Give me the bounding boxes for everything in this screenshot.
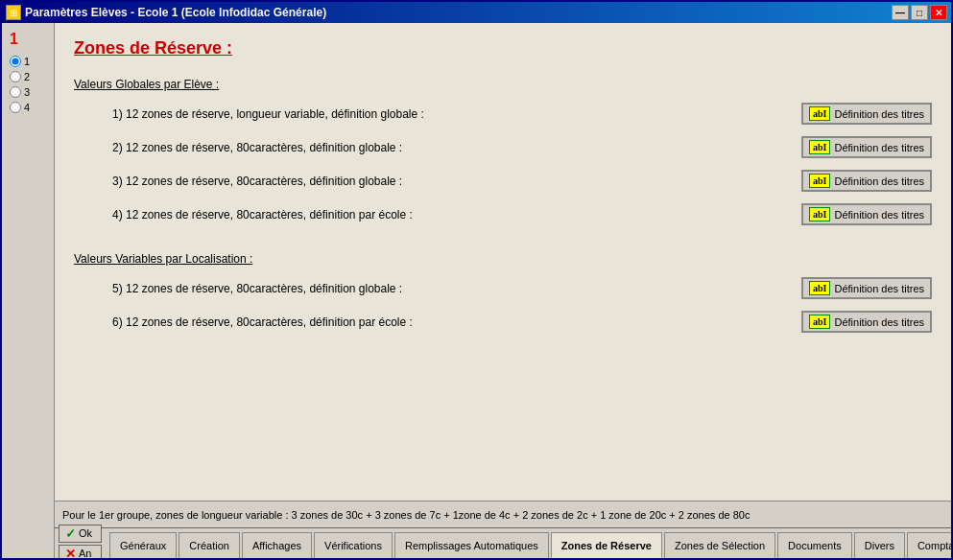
tab-comptabilité[interactable]: Comptabilité (907, 532, 951, 558)
title-bar: ⊞ Paramètres Elèves - Ecole 1 (Ecole Inf… (2, 2, 951, 23)
radio-group: 1 2 3 4 (6, 56, 30, 113)
minimize-button[interactable]: — (892, 5, 909, 20)
cancel-button[interactable]: ✕ An (59, 545, 102, 559)
main-area: 1 1 2 3 4 (2, 23, 951, 558)
zone-row-3: 3) 12 zones de réserve, 80caractères, dé… (74, 170, 932, 192)
close-button[interactable]: ✕ (930, 5, 947, 20)
radio-item-2[interactable]: 2 (10, 71, 30, 82)
tab-généraux[interactable]: Généraux (109, 532, 177, 558)
maximize-button[interactable]: □ (911, 5, 928, 20)
zone-row-6: 6) 12 zones de réserve, 80caractères, dé… (74, 311, 932, 333)
radio-label-3: 3 (24, 86, 30, 98)
zone-label-5: 5) 12 zones de réserve, 80caractères, dé… (112, 282, 801, 295)
radio-label-4: 4 (24, 102, 30, 113)
zone-label-6: 6) 12 zones de réserve, 80caractères, dé… (112, 315, 801, 329)
main-window: ⊞ Paramètres Elèves - Ecole 1 (Ecole Inf… (0, 0, 953, 560)
sidebar-number: 1 (6, 31, 18, 48)
zone-label-2: 2) 12 zones de réserve, 80caractères, dé… (112, 141, 801, 154)
window-controls: — □ ✕ (892, 5, 947, 20)
btn-icon-6: abI (809, 315, 830, 329)
tab-documents[interactable]: Documents (777, 532, 852, 558)
def-btn-2-label: Définition des titres (834, 142, 924, 153)
def-btn-1-label: Définition des titres (834, 108, 924, 120)
content-body: Zones de Réserve : Valeurs Globales par … (55, 23, 951, 501)
sidebar: 1 1 2 3 4 (2, 23, 55, 558)
ok-button[interactable]: ✓ Ok (59, 525, 102, 543)
zone-row-1: 1) 12 zones de réserve, longueur variabl… (74, 103, 932, 125)
def-btn-6[interactable]: abI Définition des titres (801, 311, 932, 333)
zone-label-3: 3) 12 zones de réserve, 80caractères, dé… (112, 175, 801, 188)
ok-icon: ✓ (65, 526, 76, 541)
radio-label-2: 2 (24, 71, 30, 82)
section1-title: Valeurs Globales par Elève : (74, 78, 932, 91)
def-btn-6-label: Définition des titres (834, 316, 924, 328)
radio-item-3[interactable]: 3 (10, 86, 30, 98)
bottom-area: ✓ Ok ✕ An GénérauxCréationAffichagesVéri… (55, 527, 951, 558)
action-buttons: ✓ Ok ✕ An (55, 528, 106, 558)
radio-4[interactable] (10, 102, 21, 113)
zone-label-4: 4) 12 zones de réserve, 80caractères, dé… (112, 208, 801, 222)
radio-item-1[interactable]: 1 (10, 56, 30, 67)
page-title: Zones de Réserve : (74, 38, 932, 58)
tab-zones-de-réserve[interactable]: Zones de Réserve (551, 532, 662, 558)
def-btn-4-label: Définition des titres (834, 209, 924, 221)
tab-création[interactable]: Création (179, 532, 240, 558)
def-btn-3[interactable]: abI Définition des titres (801, 170, 932, 192)
radio-2[interactable] (10, 71, 21, 82)
content-panel: Zones de Réserve : Valeurs Globales par … (55, 23, 951, 558)
section-spacer (74, 237, 932, 252)
radio-label-1: 1 (24, 56, 30, 67)
zone-row-2: 2) 12 zones de réserve, 80caractères, dé… (74, 136, 932, 158)
cancel-icon: ✕ (65, 547, 76, 559)
def-btn-3-label: Définition des titres (834, 175, 924, 187)
btn-icon-3: abI (809, 174, 830, 188)
tab-remplissages-automatiques[interactable]: Remplissages Automatiques (394, 532, 549, 558)
def-btn-5-label: Définition des titres (834, 283, 924, 294)
tab-vérifications[interactable]: Vérifications (314, 532, 393, 558)
zone-label-1: 1) 12 zones de réserve, longueur variabl… (112, 107, 801, 121)
app-icon: ⊞ (6, 5, 21, 20)
tab-zones-de-sélection[interactable]: Zones de Sélection (664, 532, 775, 558)
btn-icon-2: abI (809, 140, 830, 154)
tab-divers[interactable]: Divers (854, 532, 905, 558)
btn-icon-4: abI (809, 207, 830, 222)
cancel-label: An (79, 548, 91, 558)
tabs-bar: GénérauxCréationAffichagesVérificationsR… (106, 528, 951, 558)
status-text: Pour le 1er groupe, zones de longueur va… (62, 509, 750, 521)
section2-title: Valeurs Variables par Localisation : (74, 252, 932, 266)
zone-row-5: 5) 12 zones de réserve, 80caractères, dé… (74, 277, 932, 299)
def-btn-1[interactable]: abI Définition des titres (801, 103, 932, 125)
btn-icon-1: abI (809, 106, 830, 121)
def-btn-2[interactable]: abI Définition des titres (801, 136, 932, 158)
tab-affichages[interactable]: Affichages (242, 532, 312, 558)
radio-3[interactable] (10, 86, 21, 98)
status-bar: Pour le 1er groupe, zones de longueur va… (55, 501, 951, 527)
radio-item-4[interactable]: 4 (10, 102, 30, 113)
window-title: Paramètres Elèves - Ecole 1 (Ecole Infod… (25, 6, 892, 19)
radio-1[interactable] (10, 56, 21, 67)
zone-row-4: 4) 12 zones de réserve, 80caractères, dé… (74, 203, 932, 225)
ok-label: Ok (79, 527, 92, 539)
def-btn-5[interactable]: abI Définition des titres (801, 277, 932, 299)
btn-icon-5: abI (809, 281, 830, 295)
def-btn-4[interactable]: abI Définition des titres (801, 203, 932, 225)
